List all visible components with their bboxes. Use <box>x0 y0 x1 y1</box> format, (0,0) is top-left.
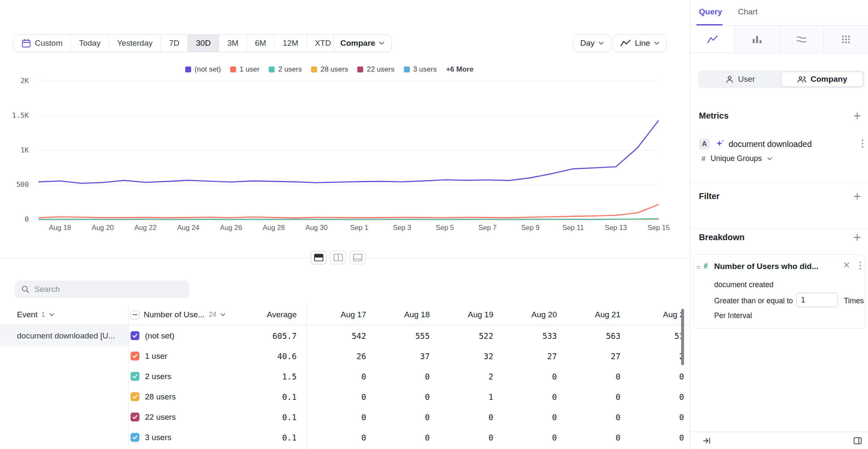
y-axis-label: 2K <box>4 77 29 85</box>
vertical-scrollbar[interactable] <box>681 309 684 365</box>
legend-item[interactable]: 3 users <box>404 65 437 74</box>
group-type-toggle: User Company <box>698 70 865 88</box>
series-label: 22 users <box>145 407 176 427</box>
tab-query[interactable]: Query <box>699 7 722 17</box>
x-axis-label: Aug 22 <box>124 224 167 232</box>
legend-item[interactable]: 28 users <box>311 65 348 74</box>
search-box <box>15 280 189 298</box>
cell-value: 0 <box>370 407 433 427</box>
breakdown-section-title: Breakdown <box>699 233 745 242</box>
series-label: 3 users <box>145 427 171 448</box>
select-all-checkbox[interactable] <box>131 310 139 319</box>
cell-value: 0 <box>624 366 687 387</box>
x-axis-label: Aug 20 <box>81 224 124 232</box>
breakdown-event-name[interactable]: document created <box>714 280 773 289</box>
event-column-header[interactable]: Event 1 <box>17 304 54 325</box>
legend-swatch <box>357 67 363 72</box>
collapse-panel-icon[interactable] <box>702 436 711 447</box>
cell-value: 533 <box>497 326 560 346</box>
cell-value: 37 <box>370 346 433 366</box>
drag-handle-icon[interactable] <box>696 264 701 272</box>
series-checkbox[interactable] <box>131 331 139 340</box>
cell-value: 0 <box>370 387 433 407</box>
more-chart-types-icon[interactable] <box>824 26 868 53</box>
series-checkbox[interactable] <box>131 413 139 421</box>
breakdown-value-input[interactable] <box>796 293 838 307</box>
series-checkbox[interactable] <box>131 352 139 360</box>
metrics-section-title: Metrics <box>699 111 729 121</box>
group-column-header[interactable]: Number of Use... 24 <box>131 304 225 325</box>
legend-item[interactable]: (not set) <box>185 65 221 74</box>
x-axis-label: Sep 11 <box>552 224 594 232</box>
table-rows: (not set)605.7542555522533563531 user40.… <box>0 326 690 448</box>
x-axis-label: Aug 24 <box>167 224 209 232</box>
legend-label: 22 users <box>367 65 394 74</box>
cell-value: 0 <box>624 407 687 427</box>
table-row: 1 user40.626373227272 <box>0 346 690 366</box>
series-checkbox[interactable] <box>131 433 139 442</box>
legend-label: 3 users <box>413 65 437 74</box>
line-chart-svg[interactable] <box>39 81 659 219</box>
measure-selector[interactable]: # Unique Groups <box>701 154 772 163</box>
row-values: 002000 <box>306 366 687 387</box>
segmentation-chart-icon[interactable] <box>690 26 735 53</box>
table-only-view-icon[interactable] <box>350 251 365 264</box>
funnel-chart-icon[interactable] <box>735 26 779 53</box>
breakdown-unit-label: Times <box>844 297 864 305</box>
filter-section-title: Filter <box>699 191 720 201</box>
chart-legend: (not set)1 user2 users28 users22 users3 … <box>0 65 659 74</box>
series-checkbox[interactable] <box>131 372 139 381</box>
add-breakdown-button[interactable] <box>853 233 861 243</box>
legend-item[interactable]: 22 users <box>357 65 394 74</box>
toggle-user[interactable]: User <box>699 72 781 87</box>
breakdown-per-interval[interactable]: Per Interval <box>714 311 752 320</box>
series-label: 1 user <box>145 346 167 366</box>
row-values: 54255552253356353 <box>306 326 687 346</box>
cell-value: 0 <box>560 366 624 387</box>
series-line[interactable] <box>39 120 659 183</box>
legend-item[interactable]: 1 user <box>230 65 259 74</box>
chevron-down-icon <box>49 313 54 316</box>
event-column-label: Event <box>17 310 38 319</box>
x-axis-label: Sep 9 <box>509 224 551 232</box>
split-view-icon[interactable] <box>311 251 326 264</box>
legend-label: 2 users <box>278 65 302 74</box>
table-row: 2 users1.5002000 <box>0 366 690 387</box>
tab-chart[interactable]: Chart <box>738 7 757 17</box>
chevron-down-icon <box>767 157 772 161</box>
legend-item[interactable]: 2 users <box>269 65 302 74</box>
panel-layout-icon[interactable] <box>853 436 862 447</box>
table-row: (not set)605.754255552253356353 <box>0 326 690 346</box>
kebab-icon[interactable] <box>859 261 862 272</box>
breakdown-property-title[interactable]: Number of Users who did... <box>714 262 818 271</box>
x-axis-label: Aug 18 <box>39 224 81 232</box>
breakdown-operator[interactable]: Greater than or equal to <box>714 297 793 305</box>
row-values: 000000 <box>306 427 687 448</box>
series-checkbox[interactable] <box>131 392 139 401</box>
chart-only-view-icon[interactable] <box>330 251 346 264</box>
metric-kebab-icon[interactable] <box>861 139 864 150</box>
view-toggle-group <box>311 251 365 264</box>
add-metric-button[interactable] <box>853 112 861 122</box>
series-line[interactable] <box>39 219 659 219</box>
chevron-down-icon <box>220 313 225 316</box>
cell-value: 0 <box>306 387 370 407</box>
toggle-user-label: User <box>738 75 755 84</box>
search-input[interactable] <box>34 285 183 294</box>
measure-label: Unique Groups <box>710 154 762 163</box>
flow-chart-icon[interactable] <box>779 26 824 53</box>
row-values: 000000 <box>306 407 687 427</box>
legend-swatch <box>311 67 317 72</box>
y-axis-label: 1.5K <box>4 111 29 119</box>
add-filter-button[interactable] <box>853 192 861 202</box>
metric-event-name[interactable]: document downloaded <box>729 139 812 149</box>
panel-footer <box>690 432 868 449</box>
cell-value: 0 <box>370 366 433 387</box>
group-count: 24 <box>209 311 217 319</box>
close-icon[interactable] <box>843 262 850 270</box>
legend-more[interactable]: +6 More <box>446 65 473 74</box>
date-column-headers: Aug 17Aug 18Aug 19Aug 20Aug 21Aug 2 <box>306 304 687 325</box>
toggle-company[interactable]: Company <box>781 72 864 87</box>
series-line[interactable] <box>39 205 659 218</box>
panel-tabs: Query Chart <box>690 0 868 26</box>
